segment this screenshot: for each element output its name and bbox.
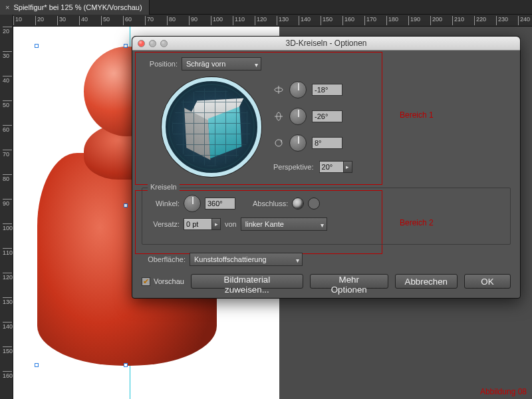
rotate-y-dial[interactable] [289,108,307,125]
more-options-button[interactable]: Mehr Optionen [310,274,388,289]
position-label: Position: [142,60,178,68]
perspective-label: Perspektive: [273,163,314,171]
rotate-x-dial[interactable] [289,81,307,98]
checkmark-icon: ✔ [142,277,150,286]
angle-dial[interactable] [184,195,201,212]
revolve-legend: Kreiseln [148,183,180,191]
angle-label: Winkel: [150,200,180,207]
cap-off-button[interactable] [308,198,320,209]
rotate-z-input[interactable]: 8° [312,137,342,149]
ruler-horizontal: 1020304050607080901001101201301401501601… [13,15,532,27]
cancel-button[interactable]: Abbrechen [395,274,458,289]
figure-caption: Abbildung 08 [480,387,527,396]
rotate-z-dial[interactable] [289,134,307,152]
rotate-y-icon [273,111,284,122]
rotate-x-input[interactable]: -18° [312,84,342,96]
dialog-3d-revolve-options: 3D-Kreiseln - Optionen Bereich 1 Bereich… [132,36,521,299]
ruler-vertical: 2030405060708090100110120130140150160 [0,15,13,399]
selection-handle[interactable] [124,44,128,48]
svg-point-2 [275,140,282,146]
window-zoom-icon[interactable] [160,40,168,47]
surface-select[interactable]: Kunststoffschattierung [190,253,303,266]
selection-handle[interactable] [124,363,128,367]
selection-handle[interactable] [124,203,128,207]
document-tab-title: Spielfigur* bei 125 % (CMYK/Vorschau) [13,0,142,15]
offset-label: Versatz: [150,220,180,228]
preview-checkbox[interactable]: ✔ Vorschau [142,274,184,289]
annotation-label-1: Bereich 1 [400,110,434,120]
rotate-z-icon [273,138,284,148]
offset-stepper[interactable]: 0 pt ▸ [184,218,221,230]
map-art-button[interactable]: Bildmaterial zuweisen... [191,274,303,289]
surface-label: Oberfläche: [142,255,186,263]
angle-input[interactable]: 360° [205,198,235,209]
dialog-titlebar[interactable]: 3D-Kreiseln - Optionen [132,37,520,51]
cap-on-button[interactable] [292,198,304,209]
perspective-stepper[interactable]: 20° ▸ [319,161,352,173]
from-label: von [225,220,237,228]
cube-preview-icon [184,98,249,163]
close-icon[interactable]: × [5,0,9,15]
window-close-icon[interactable] [138,40,145,47]
position-select[interactable]: Schräg vorn [182,57,261,70]
rotate-x-icon [273,84,284,95]
selection-handle[interactable] [35,44,39,48]
document-tab[interactable]: × Spielfigur* bei 125 % (CMYK/Vorschau) [0,0,150,15]
window-minimize-icon[interactable] [149,40,156,47]
revolve-fieldset: Kreiseln Winkel: 360° Abschluss: Versatz… [142,188,511,245]
stepper-arrow-icon[interactable]: ▸ [343,161,352,173]
rotate-y-input[interactable]: -26° [312,110,342,122]
rotation-trackball[interactable] [162,77,261,177]
document-tab-bar: × Spielfigur* bei 125 % (CMYK/Vorschau) [0,0,532,15]
cap-label: Abschluss: [253,200,288,207]
offset-from-select[interactable]: linker Kante [241,217,327,231]
selection-handle[interactable] [35,363,39,367]
stepper-arrow-icon[interactable]: ▸ [211,218,221,230]
ok-button[interactable]: OK [464,274,511,289]
dialog-title: 3D-Kreiseln - Optionen [132,39,520,48]
